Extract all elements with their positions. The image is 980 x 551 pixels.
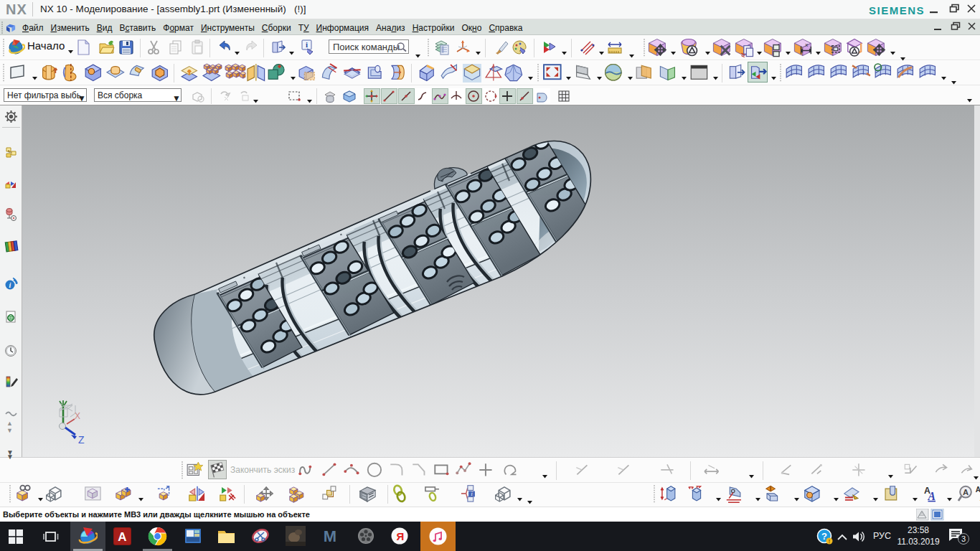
svg-text:Z: Z — [78, 434, 85, 446]
svg-text:i: i — [306, 40, 308, 49]
svg-text:X: X — [75, 411, 80, 421]
svg-text:M: M — [324, 527, 336, 545]
svg-text:A: A — [928, 490, 936, 502]
svg-text:A: A — [118, 530, 126, 544]
svg-text:i: i — [9, 281, 11, 289]
svg-text:i: i — [471, 491, 472, 497]
svg-text:Я: Я — [397, 530, 405, 542]
svg-text:!: ! — [829, 539, 830, 544]
svg-text:x: x — [805, 42, 808, 48]
svg-text:A: A — [963, 488, 969, 496]
